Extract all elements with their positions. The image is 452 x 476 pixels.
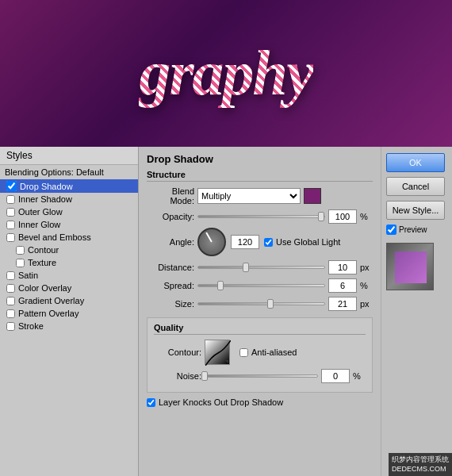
watermark-line1: 织梦内容管理系统 (392, 455, 449, 465)
sidebar-item-drop-shadow[interactable]: Drop Shadow (0, 179, 138, 193)
preview-box (386, 243, 434, 290)
preview-checkbox[interactable] (386, 225, 396, 235)
size-slider[interactable] (197, 302, 325, 305)
opacity-slider[interactable] (197, 215, 325, 218)
bevel-emboss-label: Bevel and Emboss (18, 232, 91, 242)
stroke-checkbox[interactable] (6, 322, 15, 331)
blend-mode-select[interactable]: Multiply (197, 188, 301, 204)
distance-label: Distance: (147, 263, 194, 272)
spread-input[interactable] (328, 278, 357, 293)
anti-aliased-checkbox[interactable] (239, 348, 248, 357)
preview-label-row: Preview (386, 225, 447, 235)
new-style-button[interactable]: New Style... (386, 201, 445, 220)
blend-mode-label: Blend Mode: (147, 186, 194, 205)
drop-shadow-label: Drop Shadow (20, 182, 73, 191)
dial-needle (205, 232, 213, 242)
gradient-overlay-checkbox[interactable] (6, 297, 15, 305)
opacity-row: Opacity: % (147, 209, 373, 224)
preview-text: Preview (399, 225, 427, 234)
section-title: Drop Shadow (147, 153, 373, 165)
contour-dropdown-arrow (225, 360, 228, 363)
layer-knocks-label: Layer Knocks Out Drop Shadow (159, 397, 283, 407)
watermark: 织梦内容管理系统 DEDECMS.COM (389, 453, 452, 476)
noise-row: Noise: % (154, 369, 366, 383)
layer-style-dialog: Styles Blending Options: Default Drop Sh… (0, 147, 452, 476)
pattern-overlay-label: Pattern Overlay (18, 309, 79, 318)
inner-shadow-label: Inner Shadow (18, 194, 72, 204)
opacity-unit: % (360, 212, 373, 221)
anti-aliased-label: Anti-aliased (251, 347, 297, 357)
use-global-light-label: Use Global Light (276, 237, 340, 247)
angle-container: Use Global Light (197, 228, 340, 256)
noise-label: Noise: (154, 371, 201, 381)
spread-slider[interactable] (197, 284, 325, 287)
anti-aliased-row: Anti-aliased (239, 347, 297, 357)
contour-label: Contour (28, 245, 59, 255)
sidebar-item-outer-glow[interactable]: Outer Glow (0, 205, 138, 218)
ok-button[interactable]: OK (386, 153, 445, 172)
cancel-button[interactable]: Cancel (386, 177, 445, 196)
use-global-light-checkbox[interactable] (264, 238, 273, 247)
spread-unit: % (360, 281, 373, 290)
outer-glow-checkbox[interactable] (6, 208, 15, 217)
color-swatch[interactable] (304, 188, 321, 204)
styles-title: Styles (0, 147, 138, 165)
contour-checkbox[interactable] (16, 246, 25, 255)
layer-knocks-row: Layer Knocks Out Drop Shadow (147, 397, 373, 407)
distance-slider[interactable] (197, 266, 325, 269)
blending-options-label[interactable]: Blending Options: Default (0, 165, 138, 179)
use-global-light-row: Use Global Light (264, 237, 340, 247)
contour-row: Contour: Anti-aliased (154, 340, 366, 365)
quality-title: Quality (154, 323, 366, 335)
layer-knocks-checkbox[interactable] (147, 398, 155, 407)
left-items-list: Drop Shadow Inner Shadow Outer Glow Inne… (0, 179, 138, 332)
outer-glow-label: Outer Glow (18, 207, 63, 217)
color-overlay-checkbox[interactable] (6, 284, 15, 293)
noise-input[interactable] (321, 369, 350, 383)
drop-shadow-checkbox[interactable] (6, 181, 17, 191)
structure-subsection: Structure (147, 170, 373, 182)
opacity-input[interactable] (328, 209, 357, 224)
sidebar-item-pattern-overlay[interactable]: Pattern Overlay (0, 307, 138, 320)
distance-unit: px (360, 263, 373, 272)
sidebar-item-inner-glow[interactable]: Inner Glow (0, 218, 138, 231)
noise-slider[interactable] (205, 374, 318, 378)
sidebar-item-stroke[interactable]: Stroke (0, 320, 138, 332)
sidebar-item-inner-shadow[interactable]: Inner Shadow (0, 193, 138, 205)
banner-text: graphy (139, 37, 312, 109)
spread-label: Spread: (147, 281, 194, 290)
sidebar-item-satin[interactable]: Satin (0, 269, 138, 282)
stroke-label: Stroke (18, 321, 44, 331)
right-panel: OK Cancel New Style... Preview (381, 147, 452, 476)
opacity-label: Opacity: (147, 212, 194, 221)
left-panel: Styles Blending Options: Default Drop Sh… (0, 147, 139, 476)
quality-section: Quality Contour: Anti-aliased Noise: (147, 317, 373, 393)
size-input[interactable] (328, 297, 357, 311)
angle-row: Angle: Use Global Light (147, 228, 373, 256)
inner-glow-checkbox[interactable] (6, 221, 15, 229)
size-row: Size: px (147, 297, 373, 311)
bevel-emboss-checkbox[interactable] (6, 233, 15, 242)
sidebar-item-contour[interactable]: Contour (0, 244, 138, 256)
distance-row: Distance: px (147, 260, 373, 274)
satin-checkbox[interactable] (6, 271, 15, 280)
spread-row: Spread: % (147, 278, 373, 293)
color-overlay-label: Color Overlay (18, 283, 71, 293)
size-label: Size: (147, 299, 194, 309)
sidebar-item-color-overlay[interactable]: Color Overlay (0, 282, 138, 294)
satin-label: Satin (18, 271, 38, 280)
angle-input[interactable] (231, 235, 259, 249)
distance-input[interactable] (328, 260, 357, 274)
sidebar-item-bevel-emboss[interactable]: Bevel and Emboss (0, 231, 138, 244)
angle-dial[interactable] (197, 228, 226, 256)
contour-preview[interactable] (205, 340, 230, 365)
gradient-overlay-label: Gradient Overlay (18, 296, 84, 305)
texture-checkbox[interactable] (16, 259, 25, 267)
banner: graphy (0, 0, 452, 147)
sidebar-item-texture[interactable]: Texture (0, 256, 138, 269)
noise-unit: % (353, 371, 366, 381)
inner-shadow-checkbox[interactable] (6, 195, 15, 204)
watermark-line2: DEDECMS.COM (392, 464, 449, 474)
pattern-overlay-checkbox[interactable] (6, 309, 15, 318)
sidebar-item-gradient-overlay[interactable]: Gradient Overlay (0, 294, 138, 307)
